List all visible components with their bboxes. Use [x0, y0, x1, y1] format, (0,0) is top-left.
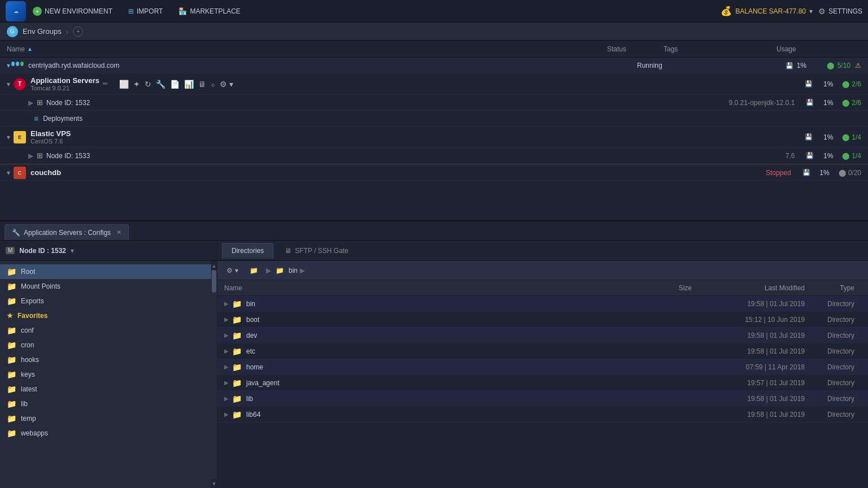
deploy-icon[interactable]: ⬦	[211, 80, 215, 89]
file-expand-lib[interactable]: ▶	[224, 395, 229, 402]
settings-dropdown-btn[interactable]: ⚙ ▾	[223, 265, 242, 276]
node-1532-nodes: 2/6	[852, 99, 861, 107]
file-row-home[interactable]: ▶ 📁 home 07:59 | 11 Apr 2018 Directory	[217, 359, 868, 375]
star-icon: ★	[7, 312, 13, 320]
dir-keys[interactable]: 📁 keys	[0, 367, 211, 382]
file-expand-boot[interactable]: ▶	[224, 316, 229, 323]
scroll-track[interactable]	[211, 270, 217, 479]
dir-lib[interactable]: 📁 lib	[0, 396, 211, 411]
file-row-lib64[interactable]: ▶ 📁 lib64 19:58 | 01 Jul 2019 Directory	[217, 407, 868, 422]
settings-icon[interactable]: 🔧	[156, 80, 165, 89]
addons-icon[interactable]: ✦	[133, 80, 140, 89]
breadcrumb-circle: +	[73, 27, 83, 37]
scroll-down-arrow[interactable]: ▼	[211, 479, 217, 488]
file-col-modified-header: Last Modified	[692, 284, 805, 292]
col-usage-header: Usage	[777, 45, 861, 53]
file-name-home: home	[246, 363, 647, 371]
file-row-etc[interactable]: ▶ 📁 etc 19:58 | 01 Jul 2019 Directory	[217, 343, 868, 359]
new-folder-btn[interactable]: 📁	[246, 265, 261, 276]
tab-directories[interactable]: Directories	[222, 243, 273, 259]
scroll-thumb[interactable]	[212, 270, 216, 293]
node-expand-icon[interactable]: ▶	[28, 99, 33, 107]
file-name-dev: dev	[246, 332, 647, 339]
dir-temp[interactable]: 📁 temp	[0, 411, 211, 426]
breadcrumb-env-groups[interactable]: Env Groups	[23, 27, 62, 36]
monitor-icon: 🖥	[285, 247, 291, 255]
file-expand-bin[interactable]: ▶	[224, 300, 229, 307]
file-row-lib[interactable]: ▶ 📁 lib 19:58 | 01 Jul 2019 Directory	[217, 391, 868, 407]
elastic-vps-expand[interactable]: ▾	[7, 133, 10, 141]
domain-status: Running	[637, 62, 693, 69]
import-button[interactable]: ⊞ IMPORT	[121, 4, 169, 19]
file-type-boot: Directory	[805, 316, 861, 324]
tab-sftp[interactable]: 🖥 SFTP / SSH Gate	[276, 243, 357, 259]
new-environment-button[interactable]: + NEW ENVIRONMENT	[26, 3, 119, 19]
path-root-arrow[interactable]: ▶	[266, 267, 271, 274]
col-name-header: Name ▲	[7, 45, 607, 53]
folder-icon-home: 📁	[232, 363, 242, 372]
config-icon[interactable]: ⬜	[119, 80, 129, 89]
folder-conf-icon: 📁	[7, 326, 16, 335]
dir-conf[interactable]: 📁 conf	[0, 323, 211, 338]
configs-tab[interactable]: 🔧 Application Servers : Configs ✕	[5, 224, 129, 240]
file-expand-dev[interactable]: ▶	[224, 332, 229, 338]
dir-webapps[interactable]: 📁 webapps	[0, 426, 211, 441]
balance-dropdown-arrow[interactable]: ▾	[809, 7, 813, 15]
dir-root[interactable]: 📁 Root	[0, 264, 211, 279]
marketplace-button[interactable]: 🏪 MARKETPLACE	[172, 4, 247, 19]
folder-toolbar-icon: 📁	[250, 267, 258, 274]
panel-sidebar: M Node ID : 1532 ▾ 📁 Root 📁 Mount Points…	[0, 241, 217, 488]
restart-icon[interactable]: ↻	[145, 80, 151, 89]
dir-mount-points[interactable]: 📁 Mount Points	[0, 279, 211, 294]
folder-icon-java-agent: 📁	[232, 378, 242, 387]
more-icon[interactable]: ⚙ ▾	[220, 80, 233, 89]
log-icon[interactable]: 📄	[170, 80, 180, 89]
favorites-header: ★ Favorites	[0, 308, 211, 323]
new-env-icon: +	[33, 7, 42, 16]
elastic-vps-disk: 1%	[816, 133, 833, 141]
file-row-dev[interactable]: ▶ 📁 dev 19:58 | 01 Jul 2019 Directory	[217, 328, 868, 343]
file-expand-java-agent[interactable]: ▶	[224, 380, 229, 386]
folder-latest-icon: 📁	[7, 385, 16, 394]
stats-icon[interactable]: 📊	[184, 80, 194, 89]
domain-disk-usage: 💾 1%	[773, 62, 806, 69]
sidebar-scrollbar[interactable]: ▲ ▼	[211, 261, 217, 488]
file-row-java-agent[interactable]: ▶ 📁 java_agent 19:57 | 01 Jul 2019 Direc…	[217, 375, 868, 391]
balance-display: 💰 BALANCE SAR-477.80 ▾	[721, 6, 813, 16]
scroll-up-arrow[interactable]: ▲	[211, 261, 217, 270]
dot-blue	[11, 62, 15, 66]
path-separator: 📁	[276, 267, 284, 274]
folder-icon-bin: 📁	[232, 299, 242, 308]
settings-button[interactable]: ⚙ SETTINGS	[818, 7, 862, 16]
node-selector-dropdown[interactable]: ▾	[71, 247, 74, 255]
app-servers-node-usage: 2/6	[852, 80, 861, 88]
config-panel: 🔧 Application Servers : Configs ✕ M Node…	[0, 220, 868, 488]
dir-cron[interactable]: 📁 cron	[0, 338, 211, 352]
file-table-header: Name Size Last Modified Type	[217, 280, 868, 296]
file-expand-lib64[interactable]: ▶	[224, 411, 229, 417]
close-configs-tab[interactable]: ✕	[116, 229, 121, 236]
file-type-etc: Directory	[805, 347, 861, 355]
console-icon[interactable]: 🖥	[198, 80, 206, 89]
file-modified-dev: 19:58 | 01 Jul 2019	[692, 332, 805, 339]
file-name-bin: bin	[246, 300, 647, 308]
file-name-boot: boot	[246, 316, 647, 324]
dir-latest[interactable]: 📁 latest	[0, 382, 211, 396]
path-bin-label[interactable]: bin	[289, 267, 298, 274]
folder-icon-boot: 📁	[232, 315, 242, 324]
app-servers-title: Application Servers	[30, 76, 99, 85]
folder-icon-etc: 📁	[232, 347, 242, 356]
dir-exports[interactable]: 📁 Exports	[0, 294, 211, 308]
node-1533-expand-icon[interactable]: ▶	[28, 152, 33, 160]
file-row-boot[interactable]: ▶ 📁 boot 15:12 | 10 Jun 2019 Directory	[217, 312, 868, 328]
couchdb-expand[interactable]: ▾	[7, 169, 10, 177]
sort-icon[interactable]: ▲	[27, 46, 33, 52]
file-expand-home[interactable]: ▶	[224, 364, 229, 370]
file-expand-etc[interactable]: ▶	[224, 348, 229, 354]
deployments-label: Deployments	[43, 115, 82, 123]
file-table: Name Size Last Modified Type ▶ 📁 bin 19:…	[217, 280, 868, 488]
dir-hooks[interactable]: 📁 hooks	[0, 352, 211, 367]
edit-app-servers-icon[interactable]: ✏	[103, 80, 108, 88]
app-servers-expand[interactable]: ▾	[7, 80, 10, 88]
file-row-bin[interactable]: ▶ 📁 bin 19:58 | 01 Jul 2019 Directory	[217, 296, 868, 312]
